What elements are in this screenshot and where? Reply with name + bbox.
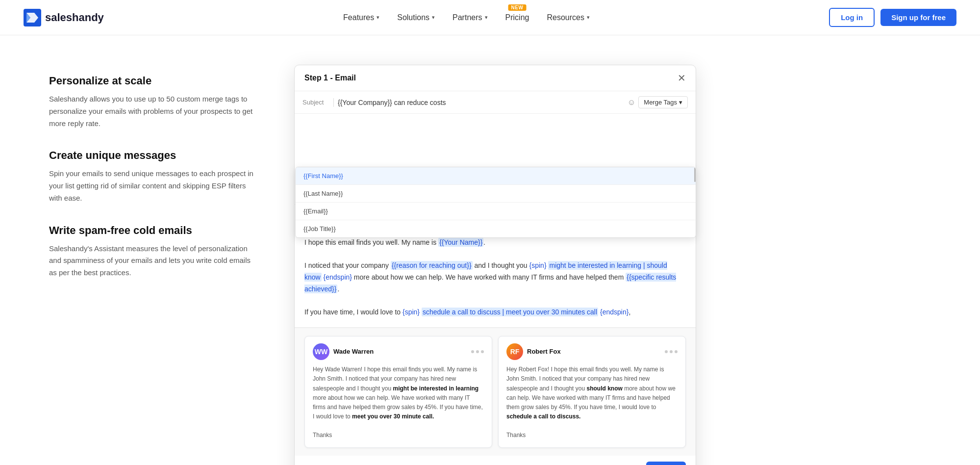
endspin-tag-1: {endspin} [324,273,352,281]
feature-spam: Write spam-free cold emails Saleshandy's… [49,224,255,279]
card-footer-robert: Thanks [506,431,678,440]
subject-input[interactable] [338,99,624,106]
emoji-button[interactable]: ☺ [628,98,635,107]
chevron-down-icon: ▾ [432,14,435,21]
nav-solutions[interactable]: Solutions ▾ [397,13,435,22]
avatar-wade: WW [313,343,329,360]
nav-resources[interactable]: Resources ▾ [547,13,589,22]
modal-header: Step 1 - Email ✕ [295,65,696,91]
merge-tag-jobtitle[interactable]: {{Job Title}} [296,220,696,237]
login-button[interactable]: Log in [829,8,875,27]
contact-name-robert: Robert Fox [527,347,561,357]
feature-desc-2: Spin your emails to send unique messages… [49,168,255,204]
contact-name-wade: Wade Warren [333,347,374,357]
chevron-down-icon: ▾ [377,14,379,21]
signup-button[interactable]: Sign up for free [880,9,956,26]
endspin-tag-2: {endspin} [600,308,628,316]
feature-desc-3: Saleshandy's Assistant measures the leve… [49,243,255,279]
learn-tag: might be interested in learning | should… [304,261,667,282]
close-button[interactable]: ✕ [678,73,686,83]
card-header-wade: WW Wade Warren [313,343,484,360]
preview-cards-row: WW Wade Warren Hey Wade Warren! I hope t… [295,328,696,456]
subject-label: Subject [302,99,329,106]
chevron-down-icon: ▾ [587,14,590,21]
modal-footer: Will Save [295,456,696,465]
subject-actions: ☺ Merge Tags ▾ [628,96,688,108]
spin-tag-1: {spin} [529,261,547,269]
results-tag: {{specific results achieved}} [304,273,676,293]
nav-actions: Log in Sign up for free [829,8,956,27]
subject-row: Subject ☺ Merge Tags ▾ [295,91,696,114]
main-content: Personalize at scale Saleshandy allows y… [0,35,980,465]
navbar: saleshandy Features ▾ Solutions ▾ Partne… [0,0,980,35]
subject-divider [333,98,334,107]
card-text-wade: Hey Wade Warren! I hope this email finds… [313,365,484,421]
right-panel: Step 1 - Email ✕ Subject ☺ Merge Tags ▾ [294,65,941,465]
chevron-down-icon: ▾ [485,14,488,21]
preview-card-wade: WW Wade Warren Hey Wade Warren! I hope t… [304,336,492,448]
merge-tag-email[interactable]: {{Email}} [296,203,696,220]
nav-links: Features ▾ Solutions ▾ Partners ▾ NEW Pr… [343,13,590,22]
feature-personalize: Personalize at scale Saleshandy allows y… [49,75,255,129]
merge-tags-button[interactable]: Merge Tags ▾ [638,96,688,108]
merge-tags-dropdown: {{First Name}} {{Last Name}} {{Email}} {… [295,167,696,238]
nav-features[interactable]: Features ▾ [343,13,379,22]
reason-tag: {{reason for reaching out}} [391,261,473,270]
spin-tag-2: {spin} [402,308,420,316]
card-dots-2 [665,350,678,353]
feature-title-1: Personalize at scale [49,75,255,87]
merge-tag-firstname[interactable]: {{First Name}} [296,167,696,185]
schedule-tag: schedule a call to discuss | meet you ov… [422,308,598,316]
chevron-down-icon: ▾ [679,99,682,106]
card-header-robert: RF Robert Fox [506,343,678,360]
card-footer-wade: Thanks [313,431,484,440]
email-composer-modal: Step 1 - Email ✕ Subject ☺ Merge Tags ▾ [294,65,696,465]
nav-pricing[interactable]: NEW Pricing [505,13,529,22]
avatar-robert: RF [506,343,523,360]
nav-partners[interactable]: Partners ▾ [452,13,487,22]
feature-title-3: Write spam-free cold emails [49,224,255,237]
logo-text: saleshandy [45,11,104,24]
logo-icon [24,9,41,26]
logo[interactable]: saleshandy [24,9,104,26]
feature-unique: Create unique messages Spin your emails … [49,149,255,204]
card-text-robert: Hey Robert Fox! I hope this email finds … [506,365,678,421]
modal-title: Step 1 - Email [304,74,356,82]
feature-title-2: Create unique messages [49,149,255,162]
feature-desc-1: Saleshandy allows you to use up to 50 cu… [49,93,255,129]
save-button[interactable]: Save [646,462,686,465]
card-dots [471,350,484,353]
your-name-tag: {{Your Name}} [438,238,483,247]
left-panel: Personalize at scale Saleshandy allows y… [49,65,255,299]
preview-card-robert: RF Robert Fox Hey Robert Fox! I hope thi… [498,336,686,448]
merge-tag-lastname[interactable]: {{Last Name}} [296,185,696,203]
new-badge: NEW [508,4,527,11]
